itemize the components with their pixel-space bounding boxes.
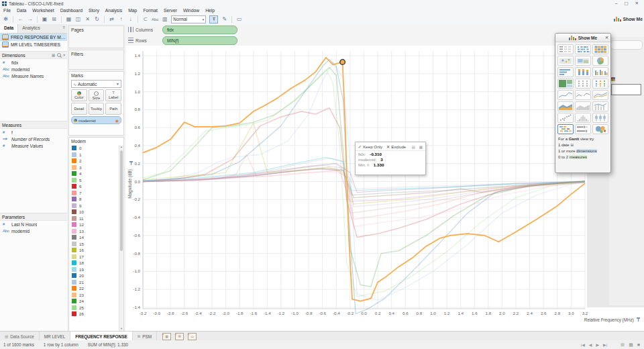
menu-window[interactable]: Window xyxy=(183,8,199,13)
menu-story[interactable]: Story xyxy=(89,8,99,13)
showme-tile-pie-chart[interactable] xyxy=(592,56,608,66)
next-page-icon[interactable]: ▶ xyxy=(596,342,599,347)
legend-item[interactable]: 1 xyxy=(69,152,119,158)
show-me-button[interactable]: Show Me xyxy=(614,17,643,21)
maximize-button[interactable]: ▢ xyxy=(624,1,628,6)
last-page-icon[interactable]: ▶| xyxy=(603,342,607,347)
legend-item[interactable]: 23 xyxy=(69,292,119,299)
undo-icon[interactable]: ← xyxy=(17,16,23,22)
showme-tile-horizontal-bars[interactable] xyxy=(557,67,574,77)
showme-tile-area-discrete[interactable] xyxy=(575,101,591,111)
legend-item[interactable]: 17 xyxy=(69,254,119,260)
show-me-header[interactable]: Show Me ✕ xyxy=(555,34,610,42)
legend-item[interactable]: 11 xyxy=(69,215,119,222)
menu-file[interactable]: File xyxy=(3,8,11,13)
color-button[interactable]: Color xyxy=(71,89,87,101)
filters-shelf[interactable]: Filters xyxy=(68,50,124,70)
legend-item[interactable]: 16 xyxy=(69,247,119,254)
path-button[interactable]: Path xyxy=(105,103,121,115)
menu-worksheet[interactable]: Worksheet xyxy=(32,8,54,13)
highlight-icon[interactable]: ✎ xyxy=(221,16,227,22)
grid-view-icon[interactable]: ▦ xyxy=(629,342,633,348)
legend-item[interactable]: 9 xyxy=(69,203,119,209)
fit-axes-icon[interactable]: ▥ xyxy=(162,16,168,22)
field-item[interactable]: AbcMeasure Names xyxy=(0,72,67,79)
legend-item[interactable]: 25 xyxy=(69,305,119,311)
legend-item[interactable]: 2 xyxy=(69,158,119,164)
legend-item[interactable]: 15 xyxy=(69,241,119,248)
datasource-item[interactable]: FREQ RESPONSE BY MODEM xyxy=(0,34,67,41)
tab-analytics[interactable]: Analytics xyxy=(18,24,44,33)
showme-tile-area-continuous[interactable] xyxy=(557,101,574,111)
legend-item[interactable]: 13 xyxy=(69,228,119,235)
label-button[interactable]: TLabel xyxy=(105,89,121,101)
group-icon[interactable]: ▤ xyxy=(412,145,415,149)
pill-min-f[interactable]: MIN(f) xyxy=(162,36,237,45)
showme-tile-side-by-side-bars[interactable] xyxy=(592,67,608,77)
legend-item[interactable]: 14 xyxy=(69,234,119,241)
legend-item[interactable]: 26 xyxy=(69,311,119,317)
tooltip-command-exclude[interactable]: ✕Exclude xyxy=(386,144,406,149)
sheet-tab-data-source[interactable]: ▤Data Source xyxy=(0,332,40,341)
legend-scrollbar[interactable]: ▲ ▼ xyxy=(119,145,123,331)
showme-tile-symbol-map[interactable] xyxy=(557,56,574,66)
field-item[interactable]: =#Number of Records xyxy=(0,136,67,142)
new-story-button[interactable]: ▭+ xyxy=(188,333,197,340)
close-button[interactable]: ✕ xyxy=(635,1,639,6)
group-members-icon[interactable]: ⊂ xyxy=(142,16,148,22)
menu-data[interactable]: Data xyxy=(17,8,26,13)
duplicate-sheet-icon[interactable]: ◫ xyxy=(75,16,81,22)
showme-tile-gantt[interactable] xyxy=(557,124,574,134)
show-mark-labels-icon[interactable]: Abc xyxy=(152,17,158,21)
showme-tile-treemap[interactable] xyxy=(557,79,574,89)
menu-dashboard[interactable]: Dashboard xyxy=(60,8,83,13)
legend-item[interactable]: 4 xyxy=(69,170,119,177)
sheet-tab-frequency-response[interactable]: FREQUENCY RESPONSE xyxy=(70,332,132,341)
sheet-tab-psm[interactable]: ⊞PSM xyxy=(133,332,157,341)
legend-item[interactable]: 0 xyxy=(69,145,119,152)
sort-ascending-icon[interactable]: ↑ xyxy=(118,16,124,22)
legend-item[interactable]: 12 xyxy=(69,221,119,228)
sort-menu-icon[interactable]: ▾ xyxy=(63,53,65,57)
menu-analysis[interactable]: Analysis xyxy=(105,8,122,13)
field-item[interactable]: #Measure Values xyxy=(0,142,67,149)
pages-shelf[interactable]: Pages xyxy=(68,26,124,48)
showme-tile-filled-map[interactable] xyxy=(575,56,591,66)
scroll-up-icon[interactable]: ▲ xyxy=(119,145,123,149)
legend-item[interactable]: 8 xyxy=(69,196,119,203)
add-datasource-icon[interactable]: ⊞ xyxy=(51,16,57,22)
legend-item[interactable]: 18 xyxy=(69,260,119,266)
showme-tile-discrete-lines[interactable] xyxy=(575,90,591,100)
showme-tile-scatter-plot[interactable] xyxy=(557,113,574,123)
showme-tile-dual-combination[interactable] xyxy=(592,101,608,111)
mark-type-select[interactable]: ∿ Automatic ▼ xyxy=(71,80,121,88)
showme-tile-text-table[interactable] xyxy=(557,44,574,54)
swap-axes-icon[interactable]: ⇄ xyxy=(109,16,115,22)
showme-tile-packed-bubbles[interactable] xyxy=(592,124,608,134)
pin-axes-button[interactable]: Ŧ xyxy=(209,15,218,23)
legend-item[interactable]: 19 xyxy=(69,266,119,273)
minimize-button[interactable]: – xyxy=(615,1,618,6)
tab-data[interactable]: Data xyxy=(0,24,18,33)
tableau-logo-icon[interactable]: ✻ xyxy=(3,16,9,22)
menu-format[interactable]: Format xyxy=(143,8,158,13)
view-options-icon[interactable]: ▦ xyxy=(52,53,55,57)
full-view-icon[interactable]: ■ xyxy=(637,342,640,347)
legend-item[interactable]: 20 xyxy=(69,272,119,279)
field-item[interactable]: Abcmodemid xyxy=(0,66,67,72)
legend-item[interactable]: 24 xyxy=(69,298,119,305)
fit-selector[interactable]: Normal▾ xyxy=(171,15,206,23)
prev-page-icon[interactable]: ◀ xyxy=(589,342,592,347)
legend-item[interactable]: 21 xyxy=(69,279,119,286)
pill-fidx[interactable]: fidx xyxy=(162,26,237,34)
new-worksheet-icon[interactable]: ▦ xyxy=(66,16,72,22)
legend-item[interactable]: 22 xyxy=(69,285,119,292)
showme-tile-bullet-graph[interactable] xyxy=(575,124,591,134)
menu-map[interactable]: Map xyxy=(128,8,137,13)
pane-pin-icon[interactable]: Ŧ xyxy=(60,24,67,33)
legend-item[interactable]: 5 xyxy=(69,177,119,184)
showme-tile-circle-views[interactable] xyxy=(575,79,591,89)
detail-button[interactable]: Detail xyxy=(71,103,87,115)
showme-tile-highlight-table[interactable] xyxy=(592,44,608,54)
field-item[interactable]: #Last N Hours xyxy=(0,221,67,228)
